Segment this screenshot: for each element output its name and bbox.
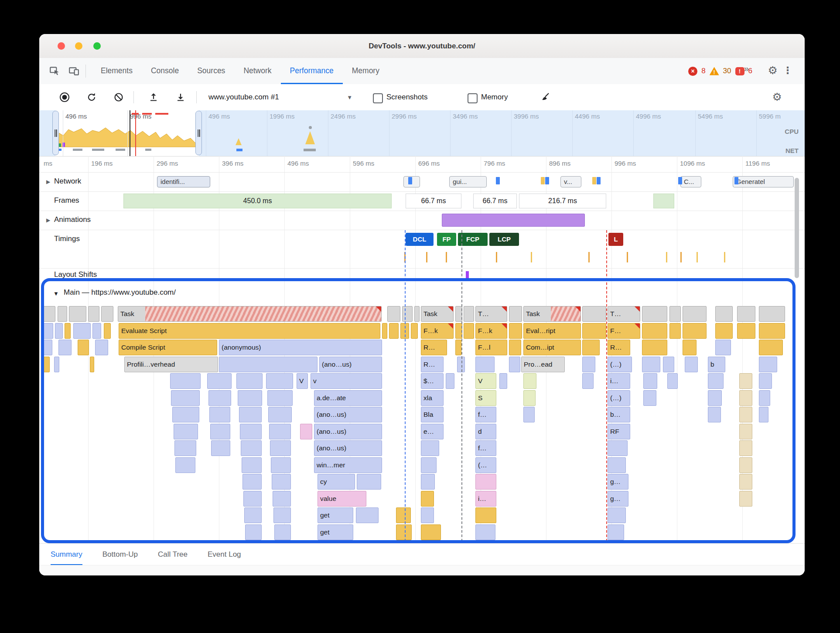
flame-bar[interactable] xyxy=(739,474,752,490)
flame-bar[interactable]: (…) xyxy=(608,390,630,406)
flame-bar[interactable] xyxy=(715,306,733,322)
flame-bar[interactable] xyxy=(685,357,698,372)
flame-bar[interactable]: $… xyxy=(421,373,444,389)
issues-icon[interactable]: ! xyxy=(735,67,744,75)
flame-bar[interactable] xyxy=(669,306,681,322)
collect-garbage-icon[interactable] xyxy=(540,92,550,102)
flame-bar[interactable] xyxy=(642,357,660,372)
flame-bar[interactable] xyxy=(245,524,262,540)
flame-bar[interactable] xyxy=(207,373,232,389)
tab-performance[interactable]: Performance xyxy=(281,58,343,84)
flame-bar[interactable]: d xyxy=(475,424,496,439)
flame-bar[interactable] xyxy=(642,306,667,322)
flame-bar[interactable] xyxy=(238,390,262,406)
flame-bar[interactable] xyxy=(582,306,606,322)
flame-bar[interactable] xyxy=(357,474,381,490)
flame-bar[interactable]: g… xyxy=(608,491,628,507)
frame-duration-segment[interactable]: 216.7 ms xyxy=(519,194,606,208)
layout-shift-marker[interactable] xyxy=(466,271,469,279)
flame-bar[interactable] xyxy=(267,390,293,406)
flame-bar[interactable]: b xyxy=(708,357,725,372)
flame-bar[interactable] xyxy=(44,357,50,372)
flame-bar[interactable]: R… xyxy=(421,357,444,372)
animation-bar[interactable] xyxy=(442,214,585,227)
flame-bar[interactable] xyxy=(582,323,606,339)
flame-bar[interactable] xyxy=(172,407,199,422)
flame-bar[interactable] xyxy=(44,340,52,355)
timing-badge-lcp[interactable]: LCP xyxy=(489,233,519,246)
flame-bar[interactable]: f… xyxy=(475,407,496,422)
flame-bar[interactable] xyxy=(509,357,520,372)
flame-bar[interactable]: f… xyxy=(475,440,496,456)
flame-bar[interactable] xyxy=(582,340,600,355)
tab-memory[interactable]: Memory xyxy=(343,58,389,84)
flame-bar[interactable] xyxy=(421,507,434,523)
network-request-marker[interactable] xyxy=(408,177,412,184)
flame-bar[interactable] xyxy=(608,440,628,456)
tab-sources[interactable]: Sources xyxy=(188,58,234,84)
flame-bar[interactable] xyxy=(582,357,595,372)
flame-bar[interactable]: (ano…us) xyxy=(319,357,382,372)
flame-bar[interactable]: (ano…us) xyxy=(314,407,382,422)
flame-bar[interactable]: Eval…ript xyxy=(523,323,581,339)
flame-bar[interactable] xyxy=(58,340,72,355)
details-tab-event-log[interactable]: Event Log xyxy=(208,544,241,565)
network-request-chip[interactable]: C... xyxy=(680,176,701,187)
tab-console[interactable]: Console xyxy=(142,58,188,84)
flame-bar[interactable] xyxy=(387,306,400,322)
flame-bar[interactable] xyxy=(273,491,291,507)
flame-bar[interactable]: (ano…us) xyxy=(314,424,382,439)
flame-bar[interactable] xyxy=(446,373,454,389)
flame-bar[interactable] xyxy=(464,323,474,339)
flame-bar[interactable]: R… xyxy=(421,340,447,355)
flame-bar[interactable] xyxy=(210,424,230,439)
flame-bar[interactable]: R… xyxy=(608,340,630,355)
flame-bar[interactable] xyxy=(414,306,420,322)
flame-bar[interactable]: Com…ipt xyxy=(523,340,581,355)
flame-bar[interactable] xyxy=(268,407,292,422)
flame-bar[interactable] xyxy=(273,507,291,523)
selection-handle-right[interactable] xyxy=(195,111,202,155)
flame-bar[interactable] xyxy=(240,424,262,439)
frame-duration-segment[interactable]: 66.7 ms xyxy=(406,194,461,208)
flame-bar[interactable] xyxy=(509,323,522,339)
flame-bar[interactable] xyxy=(356,507,379,523)
flame-bar[interactable] xyxy=(243,491,262,507)
flame-bar[interactable] xyxy=(389,323,399,339)
flame-bar[interactable] xyxy=(739,390,752,406)
flame-bar[interactable] xyxy=(715,323,733,339)
flame-bar[interactable]: xla xyxy=(421,390,444,406)
flame-bar[interactable]: Evaluate Script xyxy=(119,323,380,339)
flame-bar[interactable] xyxy=(642,323,667,339)
flame-bar[interactable] xyxy=(464,306,474,322)
flame-bar[interactable] xyxy=(174,440,196,456)
flame-bar[interactable] xyxy=(739,457,752,473)
flame-bar[interactable] xyxy=(269,424,291,439)
flame-bar[interactable] xyxy=(737,323,755,339)
flame-bar[interactable] xyxy=(270,440,291,456)
network-request-marker[interactable] xyxy=(678,177,682,184)
flame-bar[interactable] xyxy=(475,507,496,523)
flame-bar[interactable] xyxy=(95,340,108,355)
flame-bar[interactable] xyxy=(171,390,200,406)
tab-network[interactable]: Network xyxy=(234,58,280,84)
flame-bar[interactable] xyxy=(708,373,724,389)
flame-bar[interactable]: b… xyxy=(608,407,630,422)
flame-bar[interactable] xyxy=(759,357,777,372)
details-tab-summary[interactable]: Summary xyxy=(51,544,82,565)
tab-elements[interactable]: Elements xyxy=(92,58,142,84)
flame-bar[interactable] xyxy=(170,373,201,389)
flame-bar[interactable]: V xyxy=(297,373,308,389)
minimize-window-button[interactable] xyxy=(75,42,82,50)
flame-bar[interactable] xyxy=(739,440,752,456)
flame-bar[interactable]: F…k xyxy=(421,323,454,339)
flame-bar[interactable] xyxy=(421,457,437,473)
flame-bar[interactable] xyxy=(411,323,418,339)
flame-bar[interactable] xyxy=(683,323,707,339)
clear-recording-icon[interactable] xyxy=(113,92,124,102)
flame-bar[interactable] xyxy=(242,474,262,490)
flame-bar[interactable]: value xyxy=(318,491,366,507)
flame-bar[interactable] xyxy=(715,340,731,355)
flame-bar[interactable] xyxy=(759,390,770,406)
details-tab-call-tree[interactable]: Call Tree xyxy=(158,544,188,565)
